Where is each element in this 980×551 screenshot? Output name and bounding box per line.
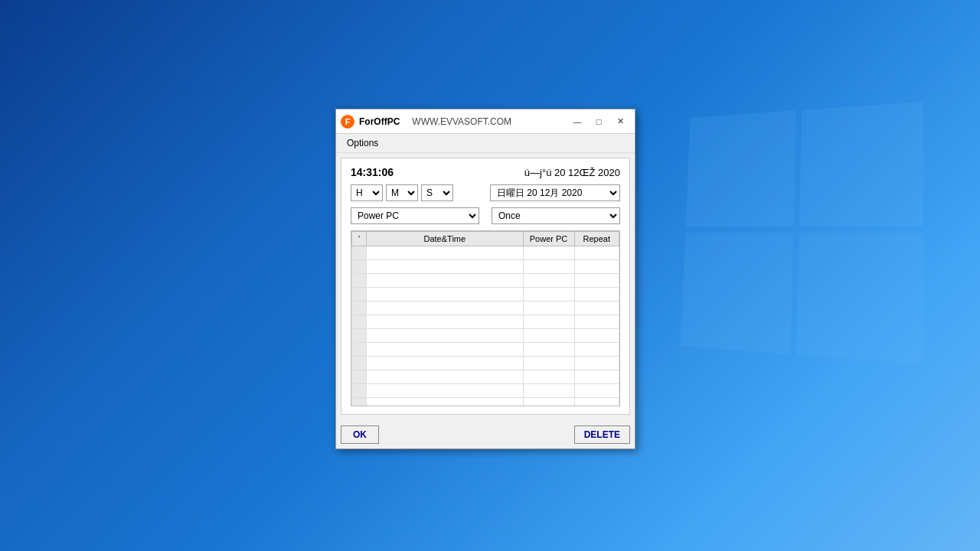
current-time: 14:31:06 <box>351 166 412 178</box>
cell-power <box>523 260 574 274</box>
cell-num <box>352 398 367 407</box>
col-header-datetime: Date&Time <box>367 232 523 246</box>
cell-datetime <box>367 357 523 370</box>
cell-power <box>523 302 574 315</box>
close-button[interactable]: ✕ <box>610 113 630 130</box>
cell-power <box>523 357 574 370</box>
cell-power <box>523 288 574 302</box>
app-title: ForOffPC <box>359 116 400 127</box>
win-pane-tl <box>686 110 796 227</box>
title-bar-controls: — □ ✕ <box>567 113 630 130</box>
button-row: OK DELETE <box>336 419 635 448</box>
app-url: WWW.EVVASOFT.COM <box>412 116 511 127</box>
table-row[interactable] <box>352 274 619 288</box>
cell-repeat <box>574 315 619 329</box>
win-pane-br <box>796 233 923 364</box>
menu-bar: Options <box>336 134 635 153</box>
cell-repeat <box>574 343 619 357</box>
schedule-table-container: ' Date&Time Power PC Repeat <box>351 230 620 406</box>
minimize-button[interactable]: — <box>567 113 587 130</box>
table-row[interactable] <box>352 260 619 274</box>
cell-num <box>352 246 367 260</box>
cell-datetime <box>367 315 523 329</box>
cell-datetime <box>367 288 523 302</box>
power-select[interactable]: Power PC <box>351 207 479 224</box>
cell-repeat <box>574 329 619 343</box>
cell-num <box>352 302 367 315</box>
cell-repeat <box>574 274 619 288</box>
schedule-table: ' Date&Time Power PC Repeat <box>351 231 619 406</box>
col-header-power: Power PC <box>523 232 574 246</box>
cell-num <box>352 370 367 384</box>
cell-num <box>352 260 367 274</box>
cell-num <box>352 315 367 329</box>
dialog-window: F ForOffPC WWW.EVVASOFT.COM — □ ✕ Option… <box>335 109 635 449</box>
win-pane-bl <box>681 233 793 354</box>
cell-power <box>523 398 574 407</box>
cell-num <box>352 357 367 370</box>
cell-repeat <box>574 384 619 398</box>
cell-repeat <box>574 357 619 370</box>
cell-power <box>523 384 574 398</box>
table-row[interactable] <box>352 288 619 302</box>
cell-repeat <box>574 370 619 384</box>
table-row[interactable] <box>352 315 619 329</box>
cell-repeat <box>574 398 619 407</box>
table-row[interactable] <box>352 329 619 343</box>
cell-num <box>352 288 367 302</box>
minutes-select[interactable]: M <box>386 184 418 201</box>
cell-repeat <box>574 302 619 315</box>
cell-datetime <box>367 370 523 384</box>
time-date-row: 14:31:06 ú—j°ú 20 12ŒŽ 2020 <box>351 166 620 178</box>
cell-power <box>523 329 574 343</box>
table-row[interactable] <box>352 246 619 260</box>
col-header-num: ' <box>352 232 367 246</box>
maximize-button[interactable]: □ <box>589 113 609 130</box>
app-icon: F <box>341 115 354 129</box>
col-header-repeat: Repeat <box>574 232 619 246</box>
seconds-select[interactable]: S <box>421 184 453 201</box>
title-bar: F ForOffPC WWW.EVVASOFT.COM — □ ✕ <box>336 109 635 134</box>
cell-datetime <box>367 384 523 398</box>
title-bar-text: ForOffPC WWW.EVVASOFT.COM <box>359 116 567 127</box>
power-repeat-row: Power PC Once <box>351 207 620 224</box>
menu-options[interactable]: Options <box>342 136 383 150</box>
table-row[interactable] <box>352 370 619 384</box>
cell-datetime <box>367 274 523 288</box>
hours-select[interactable]: H <box>351 184 383 201</box>
cell-repeat <box>574 288 619 302</box>
cell-power <box>523 315 574 329</box>
current-date: ú—j°ú 20 12ŒŽ 2020 <box>524 167 620 178</box>
table-row[interactable] <box>352 384 619 398</box>
windows-logo <box>674 107 919 352</box>
delete-button[interactable]: DELETE <box>574 425 630 444</box>
cell-datetime <box>367 260 523 274</box>
table-row[interactable] <box>352 357 619 370</box>
cell-repeat <box>574 246 619 260</box>
cell-repeat <box>574 260 619 274</box>
cell-num <box>352 274 367 288</box>
cell-power <box>523 246 574 260</box>
date-select[interactable]: 日曜日 20 12月 2020 <box>490 184 620 201</box>
cell-power <box>523 370 574 384</box>
cell-num <box>352 384 367 398</box>
cell-power <box>523 274 574 288</box>
cell-datetime <box>367 343 523 357</box>
hms-date-row: H M S 日曜日 20 12月 2020 <box>351 184 620 201</box>
table-row[interactable] <box>352 343 619 357</box>
cell-power <box>523 343 574 357</box>
ok-button[interactable]: OK <box>341 425 379 444</box>
cell-datetime <box>367 246 523 260</box>
cell-datetime <box>367 398 523 407</box>
win-pane-tr <box>799 102 923 227</box>
repeat-select[interactable]: Once <box>492 207 620 224</box>
cell-datetime <box>367 302 523 315</box>
cell-datetime <box>367 329 523 343</box>
table-row[interactable] <box>352 398 619 407</box>
cell-num <box>352 343 367 357</box>
cell-num <box>352 329 367 343</box>
table-row[interactable] <box>352 302 619 315</box>
dialog-content: 14:31:06 ú—j°ú 20 12ŒŽ 2020 H M S 日曜日 20… <box>341 158 630 415</box>
